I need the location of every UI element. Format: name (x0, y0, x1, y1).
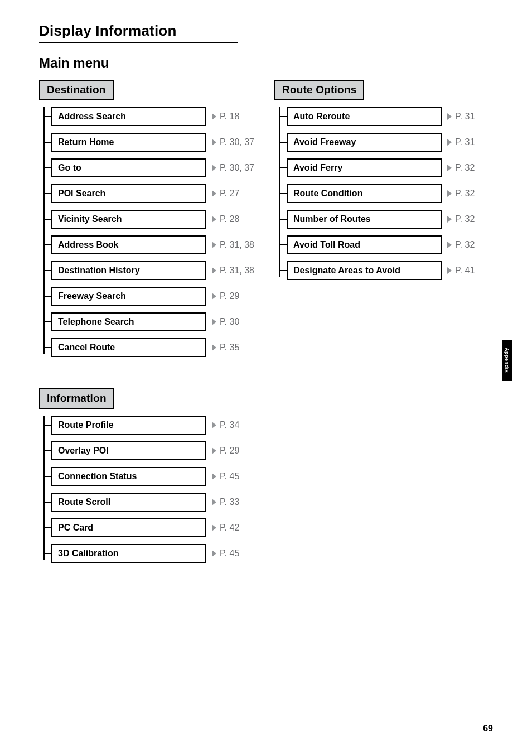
tree-branch (43, 167, 51, 168)
destination-column: Destination Address SearchP. 18Return Ho… (39, 80, 255, 357)
menu-item-row: Destination HistoryP. 31, 38 (39, 261, 255, 280)
menu-item-box: Connection Status (51, 467, 206, 486)
tree-branch (279, 142, 287, 143)
tree-branch (43, 502, 51, 503)
arrow-right-icon (211, 292, 217, 300)
page-reference-text: P. 31 (455, 137, 475, 147)
menu-item-row: Route ScrollP. 33 (39, 493, 255, 512)
menu-item-row: Cancel RouteP. 35 (39, 338, 255, 357)
svg-marker-16 (447, 267, 452, 274)
menu-item-row: Connection StatusP. 45 (39, 467, 255, 486)
page-reference: P. 29 (211, 291, 239, 301)
svg-marker-14 (447, 216, 452, 223)
menu-item-row: Route ConditionP. 32 (274, 184, 491, 203)
tree-branch (43, 219, 51, 220)
svg-marker-9 (212, 344, 216, 351)
arrow-right-icon (211, 550, 217, 557)
page-reference-text: P. 30 (220, 317, 239, 327)
page-reference-text: P. 28 (220, 214, 239, 224)
svg-marker-7 (212, 293, 216, 300)
menu-item-label: 3D Calibration (58, 548, 118, 558)
menu-item-row: Address BookP. 31, 38 (39, 235, 255, 254)
menu-item-box: Telephone Search (51, 312, 206, 331)
menu-item-row: Route ProfileP. 34 (39, 416, 255, 435)
tree-branch (279, 270, 287, 271)
page-title: Display Information (39, 22, 493, 40)
arrow-right-icon (211, 190, 217, 198)
menu-item-label: Go to (58, 163, 81, 173)
menu-item-label: Avoid Ferry (293, 163, 342, 173)
page-subtitle: Main menu (39, 55, 493, 71)
menu-item-label: Telephone Search (58, 317, 134, 327)
tree-trunk (43, 416, 45, 560)
page-number: 69 (483, 724, 493, 734)
menu-item-box: Avoid Toll Road (287, 235, 442, 254)
destination-tree: Address SearchP. 18Return HomeP. 30, 37G… (39, 107, 255, 357)
menu-item-row: Freeway SearchP. 29 (39, 287, 255, 306)
svg-marker-6 (212, 267, 216, 274)
menu-item-box: Route Condition (287, 184, 442, 203)
menu-item-box: Address Search (51, 107, 206, 126)
svg-marker-19 (212, 473, 216, 480)
tree-branch (43, 347, 51, 348)
arrow-right-icon (211, 473, 217, 480)
menu-item-box: Designate Areas to Avoid (287, 261, 442, 280)
tree-branch (43, 527, 51, 528)
menu-item-row: Avoid FerryP. 32 (274, 158, 491, 177)
page-reference: P. 31, 38 (211, 266, 254, 276)
arrow-right-icon (211, 215, 217, 223)
information-column: Information Route ProfileP. 34Overlay PO… (39, 388, 255, 563)
menu-item-label: Destination History (58, 266, 140, 276)
tree-branch (279, 219, 287, 220)
page-reference: P. 30, 37 (211, 163, 254, 173)
menu-item-box: Go to (51, 158, 206, 177)
svg-marker-12 (447, 165, 452, 171)
svg-marker-5 (212, 242, 216, 248)
arrow-right-icon (211, 113, 217, 121)
page-reference: P. 32 (446, 240, 475, 250)
page-reference-text: P. 42 (220, 523, 239, 533)
arrow-right-icon (211, 524, 217, 532)
page-reference: P. 18 (211, 112, 239, 122)
arrow-right-icon (446, 138, 453, 146)
menu-item-label: Address Search (58, 112, 126, 122)
menu-item-row: Address SearchP. 18 (39, 107, 255, 126)
arrow-right-icon (446, 113, 453, 121)
arrow-right-icon (446, 215, 453, 223)
menu-item-row: Overlay POIP. 29 (39, 441, 255, 460)
page-reference-text: P. 31, 38 (220, 266, 254, 276)
page-reference-text: P. 34 (220, 420, 239, 430)
menu-item-row: Return HomeP. 30, 37 (39, 133, 255, 152)
route-options-tree: Auto RerouteP. 31Avoid FreewayP. 31Avoid… (274, 107, 491, 280)
tree-branch (43, 142, 51, 143)
page-reference: P. 30, 37 (211, 137, 254, 147)
route-options-column: Route Options Auto RerouteP. 31Avoid Fre… (274, 80, 491, 357)
page-reference: P. 45 (211, 471, 239, 481)
svg-marker-2 (212, 165, 216, 171)
menu-item-label: Designate Areas to Avoid (293, 266, 400, 276)
page-reference: P. 34 (211, 420, 239, 430)
page-reference-text: P. 45 (220, 548, 239, 558)
tree-branch (279, 244, 287, 245)
menu-item-label: POI Search (58, 189, 105, 199)
menu-item-label: Freeway Search (58, 291, 126, 301)
page-reference: P. 32 (446, 214, 475, 224)
page-reference: P. 31, 38 (211, 240, 254, 250)
menu-item-label: Route Condition (293, 189, 362, 199)
svg-marker-11 (447, 139, 452, 146)
menu-item-row: Auto RerouteP. 31 (274, 107, 491, 126)
menu-item-box: Overlay POI (51, 441, 206, 460)
menu-item-box: Freeway Search (51, 287, 206, 306)
tree-branch (43, 450, 51, 451)
svg-marker-21 (212, 524, 216, 531)
page-reference: P. 30 (211, 317, 239, 327)
svg-marker-10 (447, 113, 452, 120)
menu-item-box: Address Book (51, 235, 206, 254)
page-reference: P. 33 (211, 497, 239, 507)
page-reference: P. 28 (211, 214, 239, 224)
side-tab: Appendix (502, 340, 512, 381)
menu-item-box: POI Search (51, 184, 206, 203)
destination-header: Destination (39, 80, 114, 100)
title-underline (39, 42, 238, 43)
page-reference: P. 41 (446, 266, 475, 276)
